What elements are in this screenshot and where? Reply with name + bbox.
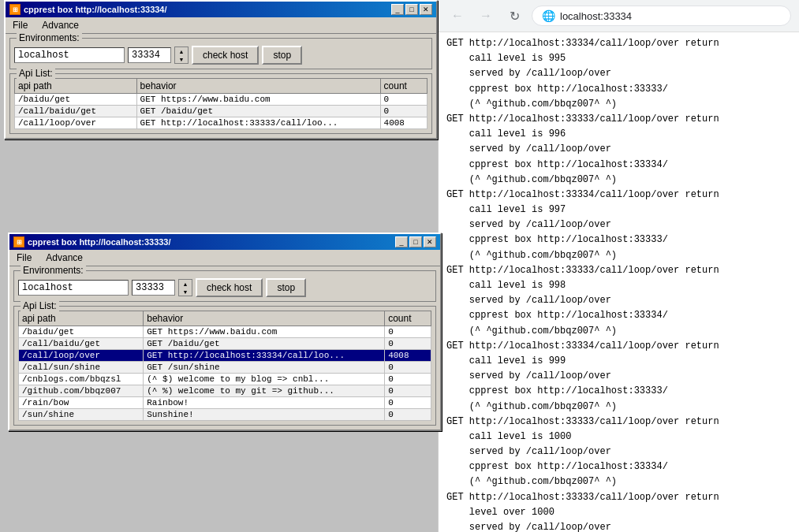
port-input-1[interactable] (128, 47, 171, 63)
cell-behavior: GET https://www.baidu.com (136, 94, 380, 106)
log-line: call level is 996 (446, 127, 791, 142)
forward-btn[interactable]: → (475, 5, 497, 27)
log-line: call level is 998 (446, 278, 791, 293)
table-row[interactable]: /baidu/getGET https://www.baidu.com0 (19, 326, 431, 338)
cell-count: 0 (385, 397, 431, 409)
port-down-1[interactable]: ▼ (175, 55, 188, 63)
cell-count: 0 (385, 409, 431, 421)
back-btn[interactable]: ← (446, 5, 469, 27)
cell-count: 0 (385, 374, 431, 385)
log-line: cpprest box http://localhost:33333/ (446, 233, 791, 247)
cell-count: 4008 (380, 117, 427, 129)
col-header-path-2: api path (19, 311, 144, 326)
minimize-btn-2[interactable]: _ (395, 236, 408, 247)
title-bar-2: ⊞ cpprest box http://localhost:33333/ _ … (9, 234, 440, 250)
table-row[interactable]: /baidu/getGET https://www.baidu.com0 (15, 94, 428, 106)
restore-btn-1[interactable]: □ (405, 4, 418, 15)
log-line: GET http://localhost:33333/call/loop/ove… (446, 112, 791, 127)
app-icon-2: ⊞ (13, 236, 24, 247)
menu-file-2[interactable]: File (13, 251, 35, 264)
cell-behavior: GET /baidu/get (136, 106, 380, 117)
lock-icon: 🌐 (542, 9, 555, 22)
cell-behavior: Rainbow! (144, 397, 385, 409)
cell-count: 0 (380, 94, 427, 106)
menu-bar-1: File Advance (6, 17, 436, 34)
log-line: (^ ^github.com/bbqz007^ ^) (446, 474, 791, 489)
log-line: call level is 995 (446, 51, 791, 66)
table-row[interactable]: /github.com/bbqz007(^ %) welcome to my g… (19, 385, 431, 397)
check-host-btn-1[interactable]: check host (192, 46, 259, 65)
environments-section-1: Environments: ▲ ▼ check host stop (9, 38, 432, 69)
log-line: call level is 1000 (446, 430, 791, 445)
cell-behavior: (^ $) welcome to my blog => cnbl... (144, 374, 385, 385)
title-bar-left-2: ⊞ cpprest box http://localhost:33333/ (13, 236, 171, 247)
cell-behavior: Sunshine! (144, 409, 385, 421)
log-line: served by /call/loop/over (446, 66, 791, 81)
log-line: served by /call/loop/over (446, 520, 791, 532)
cell-behavior: GET https://www.baidu.com (144, 326, 385, 338)
cell-path: /cnblogs.com/bbqzsl (19, 374, 144, 385)
log-line: GET http://localhost:33333/call/loop/ove… (446, 490, 791, 505)
address-bar[interactable]: 🌐 localhost:33334 (532, 6, 791, 26)
log-line: level over 1000 (446, 505, 791, 520)
log-line: (^ ^github.com/bbqz007^ ^) (446, 248, 791, 263)
api-list-section-2: Api List: api path behavior count /baidu… (13, 306, 436, 426)
col-header-behavior-2: behavior (144, 311, 385, 326)
table-row[interactable]: /call/baidu/getGET /baidu/get0 (19, 338, 431, 350)
api-table-1: api path behavior count /baidu/getGET ht… (14, 78, 428, 129)
log-line: (^ ^github.com/bbqz007^ ^) (446, 400, 791, 415)
browser-content: GET http://localhost:33334/call/loop/ove… (439, 32, 799, 532)
cell-count: 0 (385, 326, 431, 338)
table-row[interactable]: /call/sun/shineGET /sun/shine0 (19, 362, 431, 374)
title-bar-left-1: ⊞ cpprest box http://localhost:33334/ (9, 4, 167, 15)
port-input-2[interactable] (132, 280, 175, 296)
refresh-btn[interactable]: ↻ (503, 5, 525, 27)
port-spinner-2: ▲ ▼ (178, 279, 192, 296)
log-line: cpprest box http://localhost:33333/ (446, 384, 791, 399)
log-line: call level is 999 (446, 354, 791, 369)
col-header-count-2: count (385, 311, 431, 326)
cell-path: /call/sun/shine (19, 362, 144, 374)
port-down-2[interactable]: ▼ (179, 288, 192, 296)
cell-path: /github.com/bbqz007 (19, 385, 144, 397)
cell-count: 0 (385, 385, 431, 397)
log-line: served by /call/loop/over (446, 369, 791, 384)
check-host-btn-2[interactable]: check host (196, 278, 263, 297)
api-list-section-1: Api List: api path behavior count /baidu… (9, 73, 432, 134)
cell-path: /call/loop/over (19, 350, 144, 362)
close-btn-1[interactable]: ✕ (420, 4, 432, 15)
port-spinner-1: ▲ ▼ (174, 47, 189, 64)
minimize-btn-1[interactable]: _ (391, 4, 404, 15)
log-line: call level is 997 (446, 203, 791, 218)
menu-advance-2[interactable]: Advance (43, 251, 86, 264)
restore-btn-2[interactable]: □ (409, 236, 422, 247)
host-input-2[interactable] (18, 280, 129, 296)
env-row-1: ▲ ▼ check host stop (14, 46, 428, 65)
title-bar-1: ⊞ cpprest box http://localhost:33334/ _ … (6, 2, 436, 17)
cell-behavior: (^ %) welcome to my git => github... (144, 385, 385, 397)
port-up-2[interactable]: ▲ (179, 280, 192, 288)
menu-advance-1[interactable]: Advance (39, 19, 82, 32)
cell-behavior: GET /sun/shine (144, 362, 385, 374)
table-row[interactable]: /sun/shineSunshine!0 (19, 409, 431, 421)
stop-btn-2[interactable]: stop (266, 278, 306, 297)
host-input-1[interactable] (14, 47, 125, 63)
log-line: (^ ^github.com/bbqz007^ ^) (446, 173, 791, 188)
window-title-2: cpprest box http://localhost:33333/ (28, 237, 171, 247)
cell-path: /call/baidu/get (19, 338, 144, 350)
port-up-1[interactable]: ▲ (175, 47, 188, 55)
table-row[interactable]: /call/loop/overGET http://localhost:3333… (19, 350, 431, 362)
environments-section-2: Environments: ▲ ▼ check host stop (13, 270, 436, 302)
stop-btn-1[interactable]: stop (262, 46, 302, 65)
env-row-2: ▲ ▼ check host stop (18, 278, 431, 297)
table-row[interactable]: /cnblogs.com/bbqzsl(^ $) welcome to my b… (19, 374, 431, 385)
table-row[interactable]: /call/loop/overGET http://localhost:3333… (15, 117, 428, 129)
left-panel: ⊞ cpprest box http://localhost:33334/ _ … (0, 0, 438, 532)
table-row[interactable]: /rain/bowRainbow!0 (19, 397, 431, 409)
window-2: ⊞ cpprest box http://localhost:33333/ _ … (8, 233, 442, 431)
cell-path: /rain/bow (19, 397, 144, 409)
title-controls-2: _ □ ✕ (395, 236, 436, 247)
close-btn-2[interactable]: ✕ (424, 236, 436, 247)
table-row[interactable]: /call/baidu/getGET /baidu/get0 (15, 106, 428, 117)
menu-file-1[interactable]: File (9, 19, 31, 32)
